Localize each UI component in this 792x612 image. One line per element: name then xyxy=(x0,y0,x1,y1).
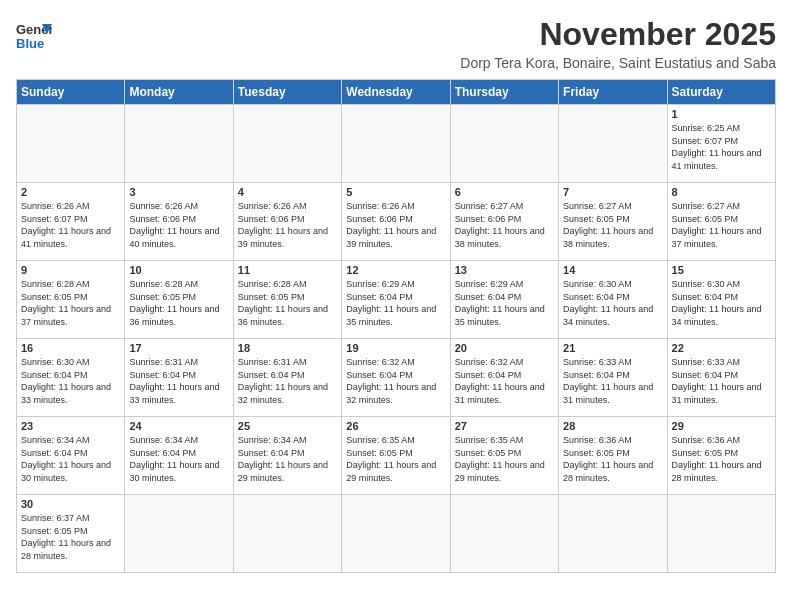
calendar-subtitle: Dorp Tera Kora, Bonaire, Saint Eustatius… xyxy=(460,55,776,71)
calendar-cell: 29Sunrise: 6:36 AM Sunset: 6:05 PM Dayli… xyxy=(667,417,775,495)
calendar-cell: 5Sunrise: 6:26 AM Sunset: 6:06 PM Daylig… xyxy=(342,183,450,261)
calendar-cell: 12Sunrise: 6:29 AM Sunset: 6:04 PM Dayli… xyxy=(342,261,450,339)
logo: General Blue xyxy=(16,16,52,52)
weekday-header-thursday: Thursday xyxy=(450,80,558,105)
day-number: 15 xyxy=(672,264,771,276)
weekday-header-saturday: Saturday xyxy=(667,80,775,105)
calendar-title: November 2025 xyxy=(460,16,776,53)
weekday-header-tuesday: Tuesday xyxy=(233,80,341,105)
day-number: 7 xyxy=(563,186,662,198)
day-number: 3 xyxy=(129,186,228,198)
day-info: Sunrise: 6:27 AM Sunset: 6:05 PM Dayligh… xyxy=(563,200,662,250)
day-number: 13 xyxy=(455,264,554,276)
calendar-cell: 25Sunrise: 6:34 AM Sunset: 6:04 PM Dayli… xyxy=(233,417,341,495)
day-info: Sunrise: 6:37 AM Sunset: 6:05 PM Dayligh… xyxy=(21,512,120,562)
calendar-cell xyxy=(17,105,125,183)
day-info: Sunrise: 6:33 AM Sunset: 6:04 PM Dayligh… xyxy=(672,356,771,406)
day-info: Sunrise: 6:26 AM Sunset: 6:07 PM Dayligh… xyxy=(21,200,120,250)
day-info: Sunrise: 6:26 AM Sunset: 6:06 PM Dayligh… xyxy=(129,200,228,250)
calendar-cell: 28Sunrise: 6:36 AM Sunset: 6:05 PM Dayli… xyxy=(559,417,667,495)
day-number: 23 xyxy=(21,420,120,432)
calendar-cell: 20Sunrise: 6:32 AM Sunset: 6:04 PM Dayli… xyxy=(450,339,558,417)
day-number: 10 xyxy=(129,264,228,276)
day-number: 20 xyxy=(455,342,554,354)
day-number: 2 xyxy=(21,186,120,198)
day-info: Sunrise: 6:26 AM Sunset: 6:06 PM Dayligh… xyxy=(238,200,337,250)
day-number: 27 xyxy=(455,420,554,432)
day-info: Sunrise: 6:34 AM Sunset: 6:04 PM Dayligh… xyxy=(238,434,337,484)
calendar-table: SundayMondayTuesdayWednesdayThursdayFrid… xyxy=(16,79,776,573)
day-info: Sunrise: 6:28 AM Sunset: 6:05 PM Dayligh… xyxy=(129,278,228,328)
day-info: Sunrise: 6:28 AM Sunset: 6:05 PM Dayligh… xyxy=(21,278,120,328)
calendar-cell: 26Sunrise: 6:35 AM Sunset: 6:05 PM Dayli… xyxy=(342,417,450,495)
day-info: Sunrise: 6:25 AM Sunset: 6:07 PM Dayligh… xyxy=(672,122,771,172)
day-number: 9 xyxy=(21,264,120,276)
day-number: 21 xyxy=(563,342,662,354)
calendar-cell: 15Sunrise: 6:30 AM Sunset: 6:04 PM Dayli… xyxy=(667,261,775,339)
day-info: Sunrise: 6:29 AM Sunset: 6:04 PM Dayligh… xyxy=(346,278,445,328)
day-number: 18 xyxy=(238,342,337,354)
day-number: 28 xyxy=(563,420,662,432)
calendar-cell: 24Sunrise: 6:34 AM Sunset: 6:04 PM Dayli… xyxy=(125,417,233,495)
day-number: 22 xyxy=(672,342,771,354)
calendar-cell: 6Sunrise: 6:27 AM Sunset: 6:06 PM Daylig… xyxy=(450,183,558,261)
calendar-cell: 17Sunrise: 6:31 AM Sunset: 6:04 PM Dayli… xyxy=(125,339,233,417)
calendar-cell: 8Sunrise: 6:27 AM Sunset: 6:05 PM Daylig… xyxy=(667,183,775,261)
calendar-cell xyxy=(342,495,450,573)
day-number: 17 xyxy=(129,342,228,354)
day-info: Sunrise: 6:29 AM Sunset: 6:04 PM Dayligh… xyxy=(455,278,554,328)
calendar-cell xyxy=(342,105,450,183)
day-info: Sunrise: 6:34 AM Sunset: 6:04 PM Dayligh… xyxy=(129,434,228,484)
day-number: 26 xyxy=(346,420,445,432)
day-number: 25 xyxy=(238,420,337,432)
calendar-cell xyxy=(559,495,667,573)
calendar-cell: 10Sunrise: 6:28 AM Sunset: 6:05 PM Dayli… xyxy=(125,261,233,339)
day-info: Sunrise: 6:35 AM Sunset: 6:05 PM Dayligh… xyxy=(346,434,445,484)
calendar-cell: 16Sunrise: 6:30 AM Sunset: 6:04 PM Dayli… xyxy=(17,339,125,417)
calendar-cell: 2Sunrise: 6:26 AM Sunset: 6:07 PM Daylig… xyxy=(17,183,125,261)
calendar-cell xyxy=(233,105,341,183)
day-info: Sunrise: 6:31 AM Sunset: 6:04 PM Dayligh… xyxy=(129,356,228,406)
day-info: Sunrise: 6:35 AM Sunset: 6:05 PM Dayligh… xyxy=(455,434,554,484)
day-number: 30 xyxy=(21,498,120,510)
day-info: Sunrise: 6:32 AM Sunset: 6:04 PM Dayligh… xyxy=(346,356,445,406)
calendar-cell xyxy=(559,105,667,183)
day-info: Sunrise: 6:26 AM Sunset: 6:06 PM Dayligh… xyxy=(346,200,445,250)
logo-icon: General Blue xyxy=(16,16,52,52)
calendar-cell: 22Sunrise: 6:33 AM Sunset: 6:04 PM Dayli… xyxy=(667,339,775,417)
day-number: 6 xyxy=(455,186,554,198)
day-info: Sunrise: 6:28 AM Sunset: 6:05 PM Dayligh… xyxy=(238,278,337,328)
day-info: Sunrise: 6:31 AM Sunset: 6:04 PM Dayligh… xyxy=(238,356,337,406)
weekday-header-monday: Monday xyxy=(125,80,233,105)
calendar-cell: 18Sunrise: 6:31 AM Sunset: 6:04 PM Dayli… xyxy=(233,339,341,417)
calendar-cell: 30Sunrise: 6:37 AM Sunset: 6:05 PM Dayli… xyxy=(17,495,125,573)
calendar-cell xyxy=(125,105,233,183)
calendar-cell: 23Sunrise: 6:34 AM Sunset: 6:04 PM Dayli… xyxy=(17,417,125,495)
calendar-cell xyxy=(125,495,233,573)
day-number: 12 xyxy=(346,264,445,276)
calendar-cell xyxy=(450,105,558,183)
weekday-header-friday: Friday xyxy=(559,80,667,105)
day-number: 29 xyxy=(672,420,771,432)
svg-text:Blue: Blue xyxy=(16,36,44,51)
weekday-header-sunday: Sunday xyxy=(17,80,125,105)
day-info: Sunrise: 6:33 AM Sunset: 6:04 PM Dayligh… xyxy=(563,356,662,406)
calendar-cell: 14Sunrise: 6:30 AM Sunset: 6:04 PM Dayli… xyxy=(559,261,667,339)
calendar-cell: 21Sunrise: 6:33 AM Sunset: 6:04 PM Dayli… xyxy=(559,339,667,417)
calendar-cell: 11Sunrise: 6:28 AM Sunset: 6:05 PM Dayli… xyxy=(233,261,341,339)
calendar-cell: 7Sunrise: 6:27 AM Sunset: 6:05 PM Daylig… xyxy=(559,183,667,261)
title-section: November 2025 Dorp Tera Kora, Bonaire, S… xyxy=(460,16,776,71)
calendar-cell: 9Sunrise: 6:28 AM Sunset: 6:05 PM Daylig… xyxy=(17,261,125,339)
day-number: 1 xyxy=(672,108,771,120)
calendar-cell: 13Sunrise: 6:29 AM Sunset: 6:04 PM Dayli… xyxy=(450,261,558,339)
calendar-cell: 4Sunrise: 6:26 AM Sunset: 6:06 PM Daylig… xyxy=(233,183,341,261)
calendar-cell xyxy=(450,495,558,573)
day-number: 5 xyxy=(346,186,445,198)
calendar-cell: 27Sunrise: 6:35 AM Sunset: 6:05 PM Dayli… xyxy=(450,417,558,495)
calendar-cell xyxy=(667,495,775,573)
day-number: 8 xyxy=(672,186,771,198)
day-number: 24 xyxy=(129,420,228,432)
day-info: Sunrise: 6:27 AM Sunset: 6:05 PM Dayligh… xyxy=(672,200,771,250)
weekday-header-wednesday: Wednesday xyxy=(342,80,450,105)
calendar-cell xyxy=(233,495,341,573)
